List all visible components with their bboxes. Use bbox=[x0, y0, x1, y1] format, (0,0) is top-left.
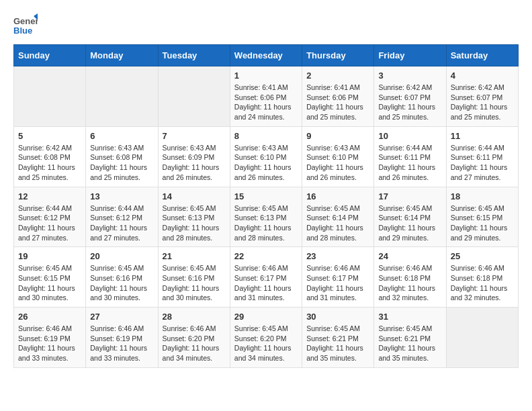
calendar-cell bbox=[158, 66, 230, 127]
day-number: 26 bbox=[18, 312, 81, 322]
day-info: Sunrise: 6:46 AMSunset: 6:19 PMDaylight:… bbox=[90, 324, 147, 362]
day-number: 2 bbox=[306, 71, 369, 81]
day-info: Sunrise: 6:44 AMSunset: 6:12 PMDaylight:… bbox=[90, 204, 147, 242]
day-number: 22 bbox=[234, 251, 298, 261]
calendar-cell: 25 Sunrise: 6:46 AMSunset: 6:18 PMDaylig… bbox=[446, 247, 518, 308]
calendar-week-row: 5 Sunrise: 6:42 AMSunset: 6:08 PMDayligh… bbox=[14, 126, 519, 187]
day-number: 25 bbox=[451, 251, 514, 261]
calendar-cell: 2 Sunrise: 6:41 AMSunset: 6:06 PMDayligh… bbox=[302, 66, 374, 127]
calendar-header-row: SundayMondayTuesdayWednesdayThursdayFrid… bbox=[14, 45, 519, 66]
calendar-cell: 20 Sunrise: 6:45 AMSunset: 6:16 PMDaylig… bbox=[86, 247, 158, 308]
day-number: 19 bbox=[18, 251, 81, 261]
day-info: Sunrise: 6:46 AMSunset: 6:19 PMDaylight:… bbox=[18, 324, 75, 362]
weekday-header-wednesday: Wednesday bbox=[230, 45, 302, 66]
day-number: 9 bbox=[306, 131, 369, 141]
day-info: Sunrise: 6:46 AMSunset: 6:18 PMDaylight:… bbox=[451, 264, 508, 302]
day-number: 30 bbox=[306, 312, 369, 322]
calendar-cell: 8 Sunrise: 6:43 AMSunset: 6:10 PMDayligh… bbox=[230, 126, 302, 187]
day-info: Sunrise: 6:43 AMSunset: 6:10 PMDaylight:… bbox=[234, 144, 292, 181]
calendar-cell: 1 Sunrise: 6:41 AMSunset: 6:06 PMDayligh… bbox=[230, 66, 302, 127]
day-number: 4 bbox=[451, 71, 514, 81]
calendar-cell: 3 Sunrise: 6:42 AMSunset: 6:07 PMDayligh… bbox=[374, 66, 446, 127]
day-number: 1 bbox=[234, 71, 298, 81]
day-number: 3 bbox=[378, 71, 441, 81]
day-number: 17 bbox=[378, 191, 441, 201]
day-info: Sunrise: 6:42 AMSunset: 6:07 PMDaylight:… bbox=[451, 83, 508, 121]
logo-container: General Blue bbox=[13, 13, 38, 38]
calendar-cell: 15 Sunrise: 6:45 AMSunset: 6:13 PMDaylig… bbox=[230, 187, 302, 247]
calendar-cell: 5 Sunrise: 6:42 AMSunset: 6:08 PMDayligh… bbox=[14, 126, 86, 187]
day-info: Sunrise: 6:45 AMSunset: 6:15 PMDaylight:… bbox=[451, 204, 508, 242]
day-number: 18 bbox=[451, 191, 514, 201]
calendar-cell: 19 Sunrise: 6:45 AMSunset: 6:15 PMDaylig… bbox=[14, 247, 86, 308]
day-info: Sunrise: 6:46 AMSunset: 6:20 PMDaylight:… bbox=[163, 324, 220, 362]
day-info: Sunrise: 6:42 AMSunset: 6:08 PMDaylight:… bbox=[18, 144, 75, 181]
calendar-cell: 22 Sunrise: 6:46 AMSunset: 6:17 PMDaylig… bbox=[230, 247, 302, 308]
day-info: Sunrise: 6:41 AMSunset: 6:06 PMDaylight:… bbox=[306, 83, 363, 121]
calendar-cell: 18 Sunrise: 6:45 AMSunset: 6:15 PMDaylig… bbox=[446, 187, 518, 247]
calendar-cell: 31 Sunrise: 6:45 AMSunset: 6:21 PMDaylig… bbox=[374, 308, 446, 368]
day-number: 28 bbox=[163, 312, 226, 322]
weekday-header-sunday: Sunday bbox=[14, 45, 86, 66]
day-number: 6 bbox=[90, 131, 153, 141]
day-info: Sunrise: 6:45 AMSunset: 6:14 PMDaylight:… bbox=[306, 204, 363, 242]
day-number: 21 bbox=[163, 251, 226, 261]
day-info: Sunrise: 6:45 AMSunset: 6:20 PMDaylight:… bbox=[234, 324, 292, 362]
calendar-cell: 6 Sunrise: 6:43 AMSunset: 6:08 PMDayligh… bbox=[86, 126, 158, 187]
day-number: 27 bbox=[90, 312, 153, 322]
day-number: 29 bbox=[234, 312, 298, 322]
calendar-cell: 12 Sunrise: 6:44 AMSunset: 6:12 PMDaylig… bbox=[14, 187, 86, 247]
calendar-cell: 29 Sunrise: 6:45 AMSunset: 6:20 PMDaylig… bbox=[230, 308, 302, 368]
day-info: Sunrise: 6:41 AMSunset: 6:06 PMDaylight:… bbox=[234, 83, 292, 121]
day-number: 13 bbox=[90, 191, 153, 201]
weekday-header-friday: Friday bbox=[374, 45, 446, 66]
calendar-cell: 16 Sunrise: 6:45 AMSunset: 6:14 PMDaylig… bbox=[302, 187, 374, 247]
calendar-cell: 17 Sunrise: 6:45 AMSunset: 6:14 PMDaylig… bbox=[374, 187, 446, 247]
day-info: Sunrise: 6:45 AMSunset: 6:13 PMDaylight:… bbox=[234, 204, 292, 242]
day-info: Sunrise: 6:43 AMSunset: 6:09 PMDaylight:… bbox=[163, 144, 220, 181]
day-info: Sunrise: 6:44 AMSunset: 6:11 PMDaylight:… bbox=[378, 144, 435, 181]
day-info: Sunrise: 6:46 AMSunset: 6:18 PMDaylight:… bbox=[378, 264, 435, 302]
day-number: 23 bbox=[306, 251, 369, 261]
calendar-table: SundayMondayTuesdayWednesdayThursdayFrid… bbox=[13, 44, 519, 368]
day-number: 15 bbox=[234, 191, 298, 201]
page-header: General Blue bbox=[13, 13, 519, 38]
day-number: 16 bbox=[306, 191, 369, 201]
day-number: 24 bbox=[378, 251, 441, 261]
calendar-cell bbox=[14, 66, 86, 127]
day-number: 12 bbox=[18, 191, 81, 201]
day-number: 11 bbox=[451, 131, 514, 141]
calendar-cell: 10 Sunrise: 6:44 AMSunset: 6:11 PMDaylig… bbox=[374, 126, 446, 187]
weekday-header-thursday: Thursday bbox=[302, 45, 374, 66]
calendar-cell: 4 Sunrise: 6:42 AMSunset: 6:07 PMDayligh… bbox=[446, 66, 518, 127]
day-number: 31 bbox=[378, 312, 441, 322]
day-number: 5 bbox=[18, 131, 81, 141]
day-info: Sunrise: 6:43 AMSunset: 6:08 PMDaylight:… bbox=[90, 144, 147, 181]
day-info: Sunrise: 6:45 AMSunset: 6:16 PMDaylight:… bbox=[163, 264, 220, 302]
calendar-cell bbox=[86, 66, 158, 127]
calendar-cell: 7 Sunrise: 6:43 AMSunset: 6:09 PMDayligh… bbox=[158, 126, 230, 187]
day-number: 10 bbox=[378, 131, 441, 141]
calendar-week-row: 12 Sunrise: 6:44 AMSunset: 6:12 PMDaylig… bbox=[14, 187, 519, 247]
logo: General Blue bbox=[13, 13, 38, 38]
day-info: Sunrise: 6:44 AMSunset: 6:11 PMDaylight:… bbox=[451, 144, 508, 181]
calendar-cell: 9 Sunrise: 6:43 AMSunset: 6:10 PMDayligh… bbox=[302, 126, 374, 187]
day-info: Sunrise: 6:45 AMSunset: 6:21 PMDaylight:… bbox=[306, 324, 363, 362]
day-number: 8 bbox=[234, 131, 298, 141]
calendar-week-row: 26 Sunrise: 6:46 AMSunset: 6:19 PMDaylig… bbox=[14, 308, 519, 368]
calendar-cell: 21 Sunrise: 6:45 AMSunset: 6:16 PMDaylig… bbox=[158, 247, 230, 308]
day-number: 14 bbox=[163, 191, 226, 201]
calendar-cell: 24 Sunrise: 6:46 AMSunset: 6:18 PMDaylig… bbox=[374, 247, 446, 308]
day-info: Sunrise: 6:45 AMSunset: 6:21 PMDaylight:… bbox=[378, 324, 435, 362]
calendar-week-row: 19 Sunrise: 6:45 AMSunset: 6:15 PMDaylig… bbox=[14, 247, 519, 308]
calendar-week-row: 1 Sunrise: 6:41 AMSunset: 6:06 PMDayligh… bbox=[14, 66, 519, 127]
calendar-cell: 27 Sunrise: 6:46 AMSunset: 6:19 PMDaylig… bbox=[86, 308, 158, 368]
logo-icon: General Blue bbox=[13, 13, 38, 38]
weekday-header-tuesday: Tuesday bbox=[158, 45, 230, 66]
weekday-header-saturday: Saturday bbox=[446, 45, 518, 66]
svg-text:Blue: Blue bbox=[13, 26, 32, 36]
day-info: Sunrise: 6:43 AMSunset: 6:10 PMDaylight:… bbox=[306, 144, 363, 181]
calendar-cell: 11 Sunrise: 6:44 AMSunset: 6:11 PMDaylig… bbox=[446, 126, 518, 187]
calendar-cell bbox=[446, 308, 518, 368]
day-info: Sunrise: 6:45 AMSunset: 6:15 PMDaylight:… bbox=[18, 264, 75, 302]
